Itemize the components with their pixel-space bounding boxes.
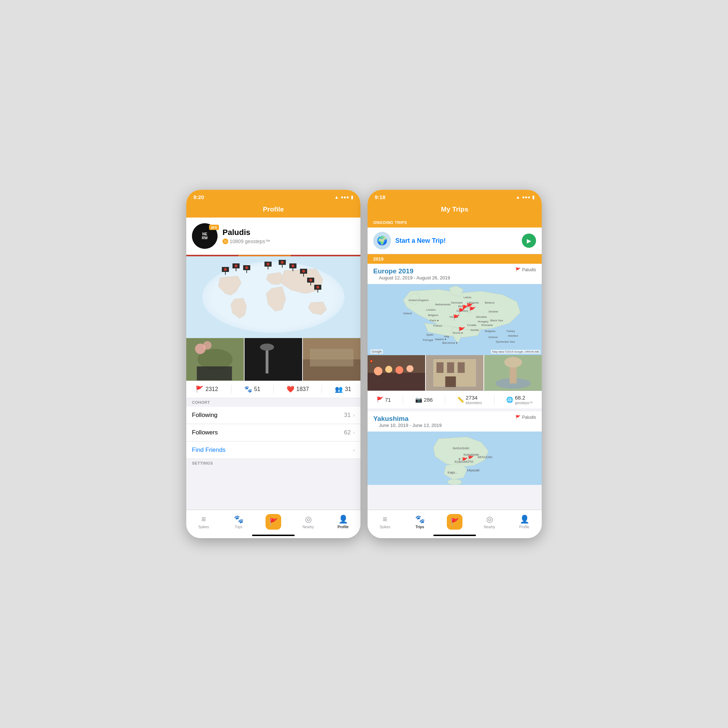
- trip-stat-div-2: [445, 396, 445, 404]
- svg-text:Belarus: Belarus: [485, 301, 494, 304]
- home-indicator-2: [433, 535, 476, 536]
- google-attribution: Google: [370, 349, 383, 354]
- avatar-wrapper: NE RW pro: [192, 223, 217, 249]
- globe-emoji: 🌍: [377, 236, 387, 246]
- svg-text:Madrid ●: Madrid ●: [435, 338, 447, 341]
- trip-stat-flags: 🚩 71: [376, 396, 391, 403]
- europe-trip-header: Europe 2019 August 12, 2019 - August 26,…: [367, 264, 542, 284]
- status-icons-2: ▲ ●●● ▮: [516, 194, 535, 200]
- tab-spikes-1[interactable]: ≡ Spikes: [186, 515, 221, 529]
- flag-icon-1: 🚩: [269, 518, 278, 526]
- status-bar-1: 9:20 ▲ ●●● ▮: [186, 190, 361, 203]
- europe-photo-3: [484, 355, 542, 391]
- tab-spikes-2[interactable]: ≡ Spikes: [367, 515, 402, 529]
- japan-map-bg: NAGASAKI Kumamoto ※ KUMAMOTO MIYAZAKI Ka…: [367, 431, 542, 485]
- paws-value: 51: [254, 386, 260, 392]
- map-pin-1: [222, 267, 229, 275]
- profile-icon-2: 👤: [520, 515, 529, 524]
- svg-point-55: [406, 365, 413, 372]
- yakushima-trip-dates: June 10, 2019 - June 13, 2019: [373, 423, 447, 430]
- photo-grid: [186, 338, 361, 381]
- svg-rect-4: [197, 367, 232, 381]
- trips-label-1: Trips: [235, 525, 242, 529]
- globe-icon: 🌍: [373, 232, 391, 249]
- svg-text:Spain: Spain: [426, 333, 433, 336]
- europe-map-bg: United Kingdom Ireland London Netherland…: [367, 284, 542, 355]
- trip-geo-val: 68.2: [515, 395, 525, 401]
- nearby-label-1: Nearby: [303, 525, 314, 529]
- following-right: 31 ›: [344, 411, 355, 419]
- tab-nearby-2[interactable]: ◎ Nearby: [472, 515, 507, 529]
- svg-text:MIYAZAKI: MIYAZAKI: [478, 455, 492, 459]
- tab-nearby-1[interactable]: ◎ Nearby: [291, 515, 326, 529]
- photo-2-svg: [245, 338, 302, 381]
- profile-label-1: Profile: [337, 525, 348, 529]
- my-trips-screen-title: My Trips: [441, 205, 468, 213]
- play-icon: ▶: [527, 237, 531, 244]
- following-row[interactable]: Following 31 ›: [186, 407, 361, 424]
- world-map: [186, 256, 361, 338]
- map-pin-4: [265, 262, 272, 269]
- trip-geo-block: 68.2 geosteps™: [515, 395, 533, 405]
- svg-text:🚩: 🚩: [462, 457, 468, 463]
- photo-cell-3: [303, 338, 361, 381]
- tab-flag-2[interactable]: 🚩: [437, 514, 472, 530]
- new-trip-row[interactable]: 🌍 Start a New Trip! ▶: [367, 228, 542, 254]
- svg-text:Denmark: Denmark: [451, 301, 463, 304]
- stat-divider-1: [231, 385, 231, 393]
- followers-label: Followers: [192, 429, 218, 436]
- svg-rect-51: [367, 373, 425, 391]
- play-button[interactable]: ▶: [522, 234, 536, 248]
- pro-badge: pro: [209, 225, 219, 230]
- status-time-2: 9:18: [375, 194, 385, 200]
- svg-text:London: London: [426, 308, 436, 311]
- stat-hearts: ❤️ 1837: [286, 385, 309, 393]
- tab-profile-2[interactable]: 👤 Profile: [507, 515, 542, 529]
- home-indicator-1: [252, 535, 295, 536]
- flag-icon-2: 🚩: [450, 518, 459, 526]
- europe-trip-stats: 🚩 71 📷 286 📏 2734 kilometers: [367, 391, 542, 411]
- find-friends-row[interactable]: Find Friends ›: [186, 442, 361, 459]
- followers-row[interactable]: Followers 62 ›: [186, 424, 361, 442]
- svg-text:Croatia: Croatia: [467, 323, 476, 327]
- map-pin-8: [307, 278, 314, 286]
- tab-trips-1[interactable]: 🐾 Trips: [221, 515, 256, 529]
- following-chevron: ›: [353, 412, 355, 418]
- yakushima-trip-card: Yakushima June 10, 2019 - June 13, 2019 …: [367, 411, 542, 485]
- active-flag-btn-1[interactable]: 🚩: [266, 514, 281, 530]
- europe-trip-title: Europe 2019: [373, 267, 456, 275]
- svg-text:Barcelona ●: Barcelona ●: [442, 341, 457, 344]
- europe-photo-3-svg: [484, 355, 542, 391]
- tab-bar-2: ≡ Spikes 🐾 Trips 🚩 ◎ Nearby 👤 Profile: [367, 510, 542, 538]
- spikes-label-2: Spikes: [380, 525, 390, 529]
- hearts-value: 1837: [297, 386, 309, 392]
- svg-text:France: France: [433, 324, 442, 327]
- profile-geosteps: G 10809 geosteps™: [223, 239, 355, 244]
- active-flag-btn-2[interactable]: 🚩: [447, 514, 462, 530]
- cohort-label: COHORT: [186, 398, 361, 407]
- tab-profile-1[interactable]: 👤 Profile: [326, 515, 361, 529]
- yakushima-trip-header: Yakushima June 10, 2019 - June 13, 2019 …: [367, 411, 542, 431]
- stat-paws: 🐾 51: [244, 385, 260, 393]
- profile-info-row: NE RW pro Paludis G 10809 geosteps™: [186, 217, 361, 255]
- followers-right: 62 ›: [344, 429, 355, 436]
- svg-rect-59: [436, 362, 444, 373]
- world-map-bg: [186, 256, 361, 338]
- svg-text:Greece: Greece: [488, 336, 498, 339]
- svg-text:NAGASAKI: NAGASAKI: [453, 447, 469, 450]
- phone-my-trips: 9:18 ▲ ●●● ▮ My Trips ONGOING TRIPS 🌍 St…: [367, 190, 542, 538]
- profile-header-bar: Profile: [186, 203, 361, 217]
- tab-trips-2[interactable]: 🐾 Trips: [402, 515, 437, 529]
- trip-user-name-1: Paludis: [522, 267, 536, 272]
- phone-profile: 9:20 ▲ ●●● ▮ Profile NE RW: [186, 190, 361, 538]
- following-value: 31: [344, 411, 351, 419]
- profile-icon-1: 👤: [338, 515, 348, 524]
- stats-bar: 🚩 2312 🐾 51 ❤️ 1837 👥 31: [186, 381, 361, 398]
- svg-text:🚩: 🚩: [469, 306, 476, 313]
- stat-divider-2: [273, 385, 274, 393]
- trip-km-block: 2734 kilometers: [466, 395, 482, 405]
- tab-flag-1[interactable]: 🚩: [256, 514, 291, 530]
- wifi-icon-1: ▲: [335, 194, 339, 200]
- trip-ruler-icon: 📏: [457, 396, 464, 403]
- followers-count: 62: [344, 429, 351, 436]
